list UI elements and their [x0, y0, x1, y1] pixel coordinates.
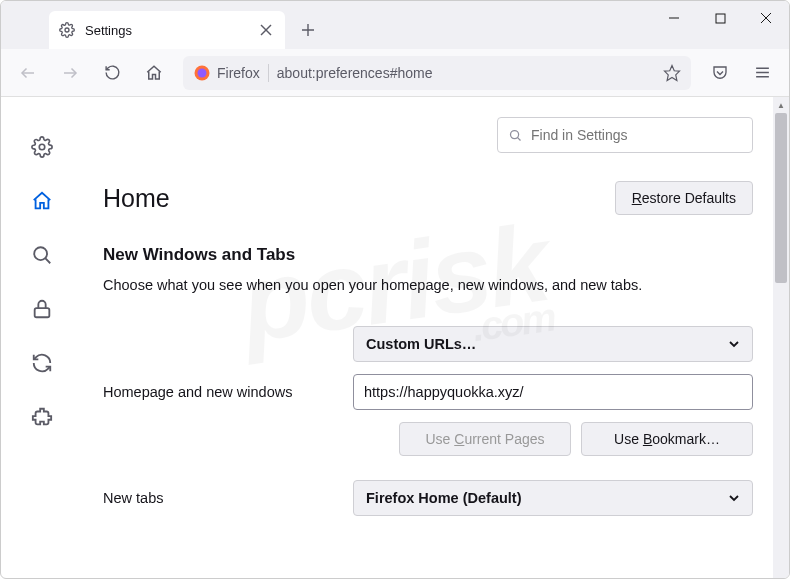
reload-button[interactable]: [93, 56, 131, 90]
section-description: Choose what you see when you open your h…: [103, 275, 753, 296]
tab-title: Settings: [85, 23, 257, 38]
firefox-icon: [193, 64, 211, 82]
newtabs-label: New tabs: [103, 490, 353, 506]
settings-search[interactable]: [497, 117, 753, 153]
select-value: Firefox Home (Default): [366, 490, 522, 506]
homepage-mode-select[interactable]: Custom URLs…: [353, 326, 753, 362]
identity-box[interactable]: Firefox: [193, 64, 269, 82]
svg-line-22: [517, 137, 520, 140]
restore-defaults-button[interactable]: Restore Defaults: [615, 181, 753, 215]
window-controls: [651, 1, 789, 35]
sidebar-item-search[interactable]: [18, 231, 66, 279]
svg-rect-20: [35, 308, 50, 317]
back-button[interactable]: [9, 56, 47, 90]
pocket-button[interactable]: [701, 56, 739, 90]
identity-label: Firefox: [217, 65, 260, 81]
search-icon: [508, 128, 523, 143]
svg-point-18: [34, 247, 47, 260]
home-button[interactable]: [135, 56, 173, 90]
minimize-button[interactable]: [651, 1, 697, 35]
svg-rect-6: [716, 14, 725, 23]
svg-marker-13: [665, 65, 680, 80]
sidebar-item-privacy[interactable]: [18, 285, 66, 333]
menu-button[interactable]: [743, 56, 781, 90]
gear-icon: [59, 22, 75, 38]
svg-point-17: [39, 144, 45, 150]
sidebar-item-home[interactable]: [18, 177, 66, 225]
use-bookmark-button[interactable]: Use Bookmark…: [581, 422, 753, 456]
section-heading: New Windows and Tabs: [103, 245, 753, 265]
url-text: about:preferences#home: [277, 65, 657, 81]
homepage-url-input[interactable]: [353, 374, 753, 410]
maximize-button[interactable]: [697, 1, 743, 35]
content-area: Home Restore Defaults New Windows and Ta…: [1, 97, 789, 579]
select-value: Custom URLs…: [366, 336, 476, 352]
url-bar[interactable]: Firefox about:preferences#home: [183, 56, 691, 90]
window-close-button[interactable]: [743, 1, 789, 35]
chevron-down-icon: [728, 492, 740, 504]
svg-line-19: [45, 258, 50, 263]
settings-sidebar: [1, 97, 83, 579]
page-title: Home: [103, 184, 170, 213]
svg-point-0: [65, 28, 69, 32]
scrollbar-thumb[interactable]: [775, 113, 787, 283]
vertical-scrollbar[interactable]: ▲: [773, 97, 789, 579]
sidebar-item-general[interactable]: [18, 123, 66, 171]
newtabs-select[interactable]: Firefox Home (Default): [353, 480, 753, 516]
toolbar: Firefox about:preferences#home: [1, 49, 789, 97]
scroll-up-icon[interactable]: ▲: [773, 97, 789, 113]
titlebar: Settings: [1, 1, 789, 49]
browser-tab[interactable]: Settings: [49, 11, 285, 49]
forward-button[interactable]: [51, 56, 89, 90]
svg-point-12: [198, 68, 207, 77]
use-current-pages-button[interactable]: Use Current Pages: [399, 422, 571, 456]
new-tab-button[interactable]: [293, 15, 323, 45]
search-input[interactable]: [531, 127, 742, 143]
sidebar-item-sync[interactable]: [18, 339, 66, 387]
chevron-down-icon: [728, 338, 740, 350]
bookmark-star-icon[interactable]: [663, 64, 681, 82]
sidebar-item-extensions[interactable]: [18, 393, 66, 441]
close-icon[interactable]: [257, 21, 275, 39]
main-panel: Home Restore Defaults New Windows and Ta…: [83, 97, 789, 579]
homepage-label: Homepage and new windows: [103, 384, 353, 400]
